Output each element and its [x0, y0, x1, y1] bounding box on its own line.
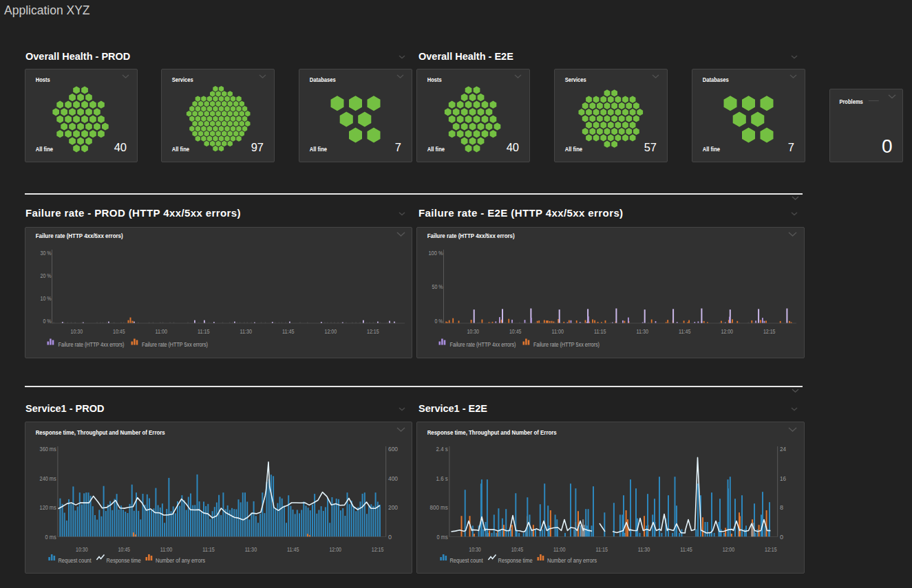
svg-text:1.6 s: 1.6 s	[436, 475, 448, 482]
svg-text:11:15: 11:15	[595, 546, 608, 553]
svg-text:11:45: 11:45	[680, 546, 692, 553]
svg-text:Number of any errors: Number of any errors	[156, 557, 205, 564]
svg-text:12:15: 12:15	[372, 546, 384, 553]
svg-text:10:45: 10:45	[509, 328, 522, 335]
svg-text:Number of any errors: Number of any errors	[547, 557, 597, 564]
svg-text:24: 24	[780, 446, 786, 453]
svg-text:30 %: 30 %	[41, 250, 52, 257]
svg-text:12:15: 12:15	[763, 328, 776, 335]
svg-text:11:30: 11:30	[240, 328, 253, 335]
svg-text:11:30: 11:30	[636, 328, 648, 335]
svg-text:12:00: 12:00	[721, 328, 733, 335]
svg-text:11:15: 11:15	[198, 328, 210, 335]
svg-text:0 %: 0 %	[43, 318, 52, 325]
svg-text:12:00: 12:00	[329, 546, 341, 553]
svg-text:240 ms: 240 ms	[40, 475, 56, 482]
svg-text:600: 600	[388, 446, 398, 453]
svg-text:0 ms: 0 ms	[45, 534, 56, 541]
svg-text:11:45: 11:45	[282, 328, 295, 335]
svg-text:100 %: 100 %	[429, 250, 443, 257]
svg-text:120 ms: 120 ms	[40, 504, 56, 511]
svg-text:Response time: Response time	[107, 557, 141, 564]
svg-text:12:15: 12:15	[367, 328, 379, 335]
svg-text:10:30: 10:30	[71, 328, 83, 335]
svg-text:Response time: Response time	[498, 557, 533, 564]
svg-text:11:45: 11:45	[679, 328, 691, 335]
svg-text:200: 200	[388, 504, 398, 511]
svg-text:10 %: 10 %	[41, 295, 52, 302]
svg-text:Failure rate (HTTP 4xx/5xx err: Failure rate (HTTP 4xx/5xx errors)	[427, 232, 515, 239]
svg-text:12:00: 12:00	[723, 546, 735, 553]
svg-text:11:00: 11:00	[551, 328, 564, 335]
svg-text:800 ms: 800 ms	[430, 504, 448, 511]
svg-text:Problems: Problems	[839, 98, 862, 105]
svg-text:0: 0	[388, 534, 392, 541]
svg-text:Failure rate (HTTP 5xx errors): Failure rate (HTTP 5xx errors)	[533, 341, 600, 348]
svg-text:11:15: 11:15	[594, 328, 606, 335]
svg-text:11:00: 11:00	[160, 546, 173, 553]
svg-text:360 ms: 360 ms	[40, 446, 56, 453]
svg-text:11:30: 11:30	[638, 546, 650, 553]
svg-text:Failure rate (HTTP 4xx errors): Failure rate (HTTP 4xx errors)	[450, 341, 516, 348]
svg-text:Response time, Throughput and: Response time, Throughput and Number of …	[36, 429, 165, 436]
svg-text:10:30: 10:30	[469, 546, 481, 553]
svg-text:11:00: 11:00	[156, 328, 168, 335]
svg-text:0: 0	[780, 534, 783, 541]
svg-text:11:00: 11:00	[553, 546, 566, 553]
svg-text:Failure rate (HTTP 5xx errors): Failure rate (HTTP 5xx errors)	[142, 341, 208, 348]
svg-text:Request count: Request count	[59, 557, 92, 564]
svg-text:0: 0	[882, 135, 893, 157]
svg-text:11:15: 11:15	[202, 546, 215, 553]
svg-text:8: 8	[780, 504, 783, 511]
svg-text:12:00: 12:00	[325, 328, 337, 335]
svg-text:10:45: 10:45	[113, 328, 125, 335]
svg-text:0 %: 0 %	[435, 318, 443, 325]
svg-text:20 %: 20 %	[41, 272, 52, 279]
svg-text:10:45: 10:45	[118, 546, 130, 553]
svg-text:10:30: 10:30	[76, 546, 88, 553]
svg-text:50 %: 50 %	[432, 283, 443, 290]
svg-text:10:45: 10:45	[511, 546, 524, 553]
svg-text:2.4 s: 2.4 s	[436, 446, 448, 453]
svg-text:Response time, Throughput and: Response time, Throughput and Number of …	[427, 429, 557, 436]
svg-text:Request count: Request count	[450, 557, 483, 564]
svg-text:11:45: 11:45	[287, 546, 299, 553]
svg-text:16: 16	[780, 475, 786, 482]
svg-text:11:30: 11:30	[245, 546, 257, 553]
svg-text:0 ms: 0 ms	[437, 534, 448, 541]
svg-text:10:30: 10:30	[467, 328, 479, 335]
svg-text:Failure rate (HTTP 4xx errors): Failure rate (HTTP 4xx errors)	[59, 341, 125, 348]
svg-text:Failure rate (HTTP 4xx/5xx err: Failure rate (HTTP 4xx/5xx errors)	[36, 232, 123, 239]
svg-text:400: 400	[388, 475, 398, 482]
svg-text:12:15: 12:15	[765, 546, 777, 553]
